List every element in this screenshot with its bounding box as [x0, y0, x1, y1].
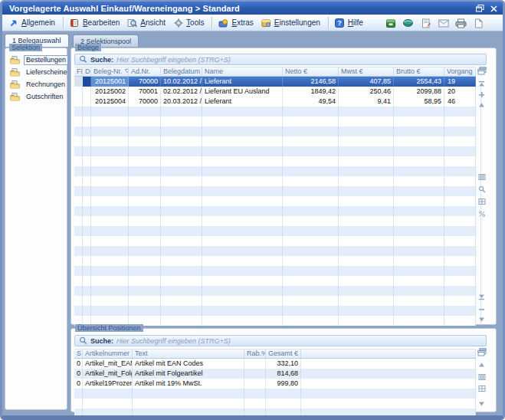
cell — [74, 266, 83, 276]
sidebar-item-bestellungen[interactable]: Bestellungen — [10, 54, 68, 65]
cell — [161, 166, 202, 176]
cell — [133, 409, 244, 418]
restore-button[interactable] — [476, 5, 484, 12]
scroll-top-icon[interactable] — [477, 79, 487, 88]
cell — [91, 107, 129, 116]
cell — [129, 276, 161, 286]
belege-empty-row — [74, 306, 476, 316]
grid-icon[interactable] — [477, 197, 487, 206]
report-icon[interactable] — [420, 18, 431, 29]
belege-table-row[interactable]: 201250017000010.02.2012 /FrLieferant2146… — [74, 77, 476, 87]
svg-text:?: ? — [338, 19, 343, 27]
magnifier-icon[interactable] — [477, 185, 487, 194]
cell — [133, 389, 244, 399]
positionen-column-header-text[interactable]: Text — [133, 349, 244, 358]
positionen-table-row[interactable]: 0Artikel_mit_FolgeartikelArtikel mit Fol… — [74, 369, 476, 379]
sidebar-item-rechnungen[interactable]: Rechnungen — [10, 79, 67, 90]
belege-empty-row — [74, 126, 476, 136]
positionen-groupbox: Übersicht Positionen Suche: Hier Suchbeg… — [71, 328, 497, 412]
belege-column-header-fi[interactable]: FI — [74, 67, 83, 76]
cell — [476, 116, 481, 126]
scroll-bottom-icon[interactable] — [477, 292, 487, 301]
scroll-plus-icon[interactable] — [477, 90, 487, 99]
positionen-column-header-s[interactable]: S — [74, 349, 83, 358]
new-document-icon[interactable] — [473, 18, 484, 29]
cell — [339, 186, 394, 196]
menu-item-hilfe[interactable]: ?Hilfe — [332, 16, 368, 29]
belege-column-header-brutto[interactable]: Brutto € — [394, 67, 444, 76]
cell — [83, 226, 91, 236]
belege-column-header-belegdatum[interactable]: Belegdatum — [161, 67, 202, 76]
columns-icon[interactable] — [477, 372, 487, 382]
menu-item-einstellungen[interactable]: Einstellungen — [258, 16, 325, 29]
positionen-table-row[interactable]: 0Artikel19ProzentArtikel mit 19% MwSt.99… — [74, 379, 476, 389]
positionen-column-header-empty[interactable] — [301, 349, 476, 358]
belege-table-row[interactable]: 201250047000020.03.2012 /DiLieferant49,5… — [74, 97, 476, 107]
cell — [283, 156, 339, 166]
positionen-search-bar[interactable]: Suche: Hier Suchbegriff eingeben (STRG+S… — [74, 335, 487, 346]
menu-item-ansicht[interactable]: Ansicht — [124, 16, 170, 29]
belege-column-header-dr[interactable]: DR — [83, 67, 91, 76]
menu-item-allgemein[interactable]: Allgemein — [5, 16, 60, 29]
grid-icon[interactable] — [477, 384, 487, 393]
scroll-down-icon[interactable] — [477, 315, 487, 324]
cell — [283, 116, 339, 126]
column-chooser-icon[interactable] — [477, 66, 487, 75]
percent-icon[interactable] — [477, 209, 487, 218]
print-icon[interactable] — [455, 18, 467, 29]
cell — [339, 306, 394, 316]
cell: 20 — [444, 87, 476, 97]
globe-icon[interactable] — [402, 18, 414, 29]
menu-item-label: Hilfe — [348, 18, 363, 27]
positionen-table-row[interactable]: 0Artikel_mit_EANArtikel mit EAN Codes332… — [74, 359, 476, 369]
cell — [301, 379, 476, 389]
columns-icon[interactable] — [477, 172, 487, 182]
scroll-minus-icon[interactable] — [477, 304, 487, 313]
cell — [74, 236, 83, 246]
cell — [202, 316, 283, 326]
database-icon[interactable] — [385, 18, 396, 29]
cell — [202, 136, 283, 146]
cell — [444, 216, 476, 226]
belege-column-header-beleg-nr[interactable]: Beleg-Nr. — [91, 67, 129, 76]
cell — [339, 266, 394, 276]
cell — [301, 369, 476, 379]
scroll-up-icon[interactable] — [477, 360, 487, 369]
close-button[interactable] — [490, 5, 498, 12]
cell — [444, 116, 476, 126]
cell — [394, 246, 444, 256]
cell — [83, 276, 91, 286]
cell — [476, 266, 481, 276]
column-chooser-icon[interactable] — [477, 347, 487, 356]
scroll-up-icon[interactable] — [477, 100, 487, 110]
belege-table-row[interactable]: 201250027000102.02.2012 /DoLieferant EU … — [74, 87, 476, 97]
belege-column-header-mwst[interactable]: Mwst € — [339, 67, 394, 76]
sidebar-item-gutschriften[interactable]: Gutschriften — [10, 91, 66, 102]
cell — [129, 166, 161, 176]
cell — [161, 216, 202, 226]
belege-column-header-name[interactable]: Name — [202, 67, 283, 76]
mail-icon[interactable] — [438, 18, 449, 29]
belege-column-header-ad-nr[interactable]: Ad.Nr. — [129, 67, 161, 76]
positionen-column-header-rab[interactable]: Rab.% — [244, 349, 266, 358]
cell: 814,68 — [266, 369, 301, 379]
belege-column-header-netto[interactable]: Netto € — [283, 67, 339, 76]
gear-icon — [173, 18, 183, 28]
cell — [74, 116, 83, 126]
menu-item-extras[interactable]: Extras — [215, 16, 257, 29]
cell — [394, 296, 444, 306]
cell — [91, 296, 129, 306]
scroll-down-icon[interactable] — [477, 399, 487, 409]
cell — [202, 116, 283, 126]
positionen-column-header-gesamt[interactable]: Gesamt € — [266, 349, 301, 358]
menu-item-tools[interactable]: Tools — [170, 16, 208, 29]
cell: 49,54 — [283, 97, 339, 107]
cell — [161, 186, 202, 196]
belege-column-header-vorgang[interactable]: Vorgang — [444, 67, 476, 76]
positionen-column-header-artikelnummer[interactable]: Artikelnummer — [83, 349, 133, 358]
menu-item-bearbeiten[interactable]: Bearbeiten — [67, 16, 124, 29]
sidebar-item-lieferscheine[interactable]: Lieferscheine — [10, 67, 70, 77]
cell — [444, 176, 476, 186]
cell — [129, 236, 161, 246]
belege-search-bar[interactable]: Suche: Hier Suchbegriff eingeben (STRG+S… — [74, 54, 487, 65]
